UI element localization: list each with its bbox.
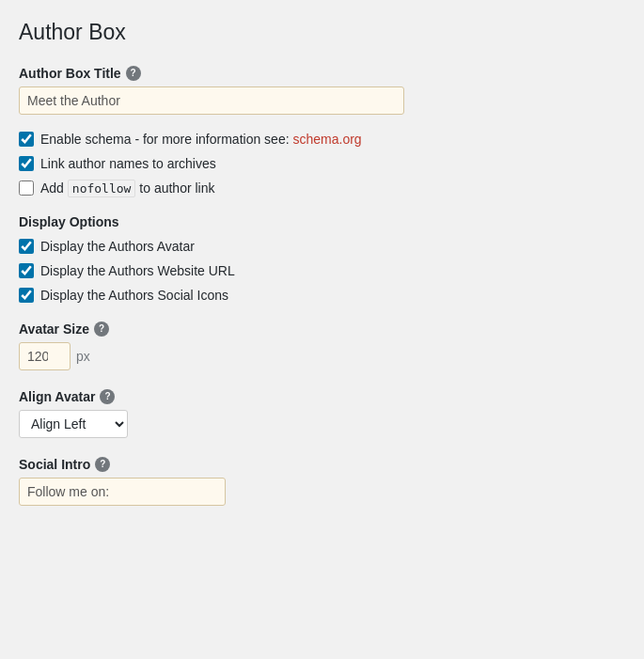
nofollow-code: nofollow <box>68 180 136 197</box>
avatar-size-unit: px <box>76 349 90 364</box>
display-avatar-checkbox[interactable] <box>19 239 34 254</box>
add-nofollow-checkbox[interactable] <box>19 180 34 196</box>
enable-schema-checkbox[interactable] <box>19 132 34 147</box>
display-website-checkbox[interactable] <box>19 263 34 278</box>
link-author-checkbox[interactable] <box>19 156 34 171</box>
avatar-size-section: Avatar Size ? px <box>19 322 625 370</box>
social-intro-label: Social Intro ? <box>19 457 625 472</box>
author-box-title-input[interactable] <box>19 86 404 115</box>
align-avatar-select[interactable]: Align Left Align Center Align Right <box>19 410 128 438</box>
avatar-size-help-icon[interactable]: ? <box>94 322 109 337</box>
display-avatar-label: Display the Authors Avatar <box>40 239 195 254</box>
avatar-size-label: Avatar Size ? <box>19 322 625 337</box>
link-author-row: Link author names to archives <box>19 156 625 171</box>
display-website-label: Display the Authors Website URL <box>40 263 235 278</box>
display-avatar-row: Display the Authors Avatar <box>19 239 625 254</box>
page-title: Author Box <box>19 19 625 47</box>
avatar-size-input-row: px <box>19 342 625 370</box>
author-box-title-label: Author Box Title ? <box>19 66 625 81</box>
social-intro-input[interactable] <box>19 478 226 506</box>
add-nofollow-label: Add nofollow to author link <box>40 180 215 196</box>
enable-schema-row: Enable schema - for more information see… <box>19 132 625 147</box>
display-social-label: Display the Authors Social Icons <box>40 288 228 303</box>
display-social-row: Display the Authors Social Icons <box>19 288 625 303</box>
social-intro-section: Social Intro ? <box>19 457 625 506</box>
display-website-row: Display the Authors Website URL <box>19 263 625 278</box>
enable-schema-label: Enable schema - for more information see… <box>40 132 362 147</box>
avatar-size-input[interactable] <box>19 342 71 370</box>
link-author-label: Link author names to archives <box>40 156 216 171</box>
schema-org-link[interactable]: schema.org <box>292 132 361 147</box>
author-box-title-section: Author Box Title ? <box>19 66 625 115</box>
display-social-checkbox[interactable] <box>19 288 34 303</box>
align-avatar-label: Align Avatar ? <box>19 389 625 404</box>
add-nofollow-row: Add nofollow to author link <box>19 180 625 196</box>
author-box-title-help-icon[interactable]: ? <box>126 66 141 81</box>
align-avatar-section: Align Avatar ? Align Left Align Center A… <box>19 389 625 438</box>
align-avatar-help-icon[interactable]: ? <box>100 389 115 404</box>
display-options-heading: Display Options <box>19 214 625 229</box>
social-intro-help-icon[interactable]: ? <box>95 457 110 472</box>
